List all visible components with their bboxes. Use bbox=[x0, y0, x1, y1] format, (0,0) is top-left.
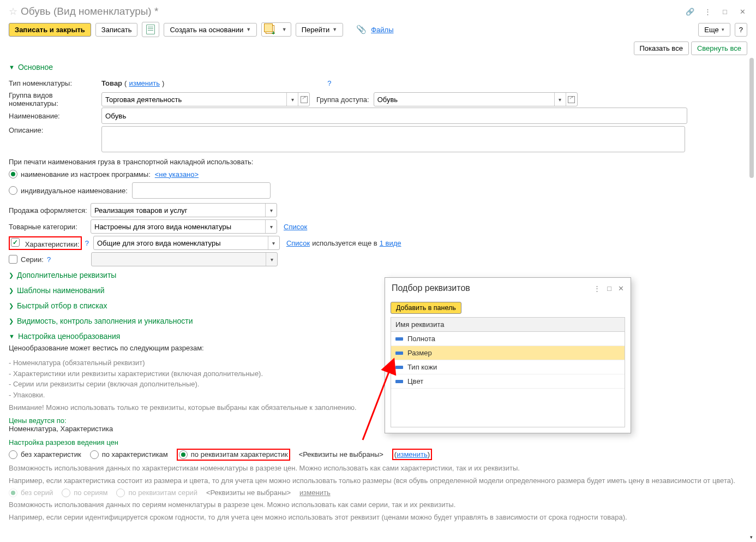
help-char-icon[interactable]: ? bbox=[85, 239, 89, 247]
requisites-picker-dialog: Подбор реквизитов ⋮ □ ✕ Добавить в панел… bbox=[385, 277, 631, 433]
favorite-star-icon[interactable]: ☆ bbox=[9, 5, 17, 17]
goto-button[interactable]: Перейти▼ bbox=[296, 23, 343, 37]
window-close-icon[interactable]: ✕ bbox=[737, 7, 747, 16]
create-based-on-button[interactable]: Создать на основании▼ bbox=[164, 23, 257, 37]
char-list-link[interactable]: Список bbox=[286, 239, 310, 247]
access-input[interactable] bbox=[374, 93, 554, 106]
group-label: Группа видов номенклатуры: bbox=[9, 91, 101, 108]
description-textarea[interactable] bbox=[101, 126, 685, 152]
desc-label: Описание: bbox=[9, 126, 101, 134]
section-main-header[interactable]: ▼Основное bbox=[9, 59, 747, 75]
cat-label: Товарные категории: bbox=[9, 223, 91, 231]
table-header-name: Имя реквизита bbox=[391, 318, 625, 332]
more-menu-icon[interactable]: ⋮ bbox=[703, 7, 712, 16]
section-additional-props[interactable]: ❯Дополнительные реквизиты bbox=[9, 267, 747, 283]
radio-no-series bbox=[9, 489, 17, 497]
dialog-more-icon[interactable]: ⋮ bbox=[593, 284, 601, 293]
cat-list-link[interactable]: Список bbox=[284, 223, 307, 231]
radio-no-char[interactable] bbox=[9, 450, 17, 459]
access-dropdown-icon[interactable]: ▾ bbox=[554, 93, 566, 106]
access-label: Группа доступа: bbox=[316, 96, 369, 104]
radio-by-char[interactable] bbox=[90, 450, 99, 459]
series-combo: ▾ bbox=[91, 252, 278, 266]
scrollbar-thumb[interactable] bbox=[749, 58, 754, 178]
copy-button[interactable]: + ▼ bbox=[261, 22, 291, 37]
link-icon[interactable]: 🔗 bbox=[685, 7, 695, 16]
dialog-maximize-icon[interactable]: □ bbox=[607, 284, 611, 293]
field-icon bbox=[395, 352, 403, 355]
radio-by-char-req-highlight: по реквизитам характеристик bbox=[177, 449, 290, 461]
help-type-icon[interactable]: ? bbox=[327, 79, 331, 87]
radio-program-name[interactable] bbox=[9, 170, 17, 178]
save-button[interactable]: Записать bbox=[95, 23, 138, 37]
radio-individual-name[interactable] bbox=[9, 186, 17, 195]
scroll-down-icon[interactable]: ▾ bbox=[748, 534, 754, 540]
sale-combo[interactable]: ▾ bbox=[91, 203, 277, 217]
group-input[interactable] bbox=[102, 93, 286, 106]
one-type-link[interactable]: 1 виде bbox=[380, 239, 401, 247]
series-checkbox[interactable] bbox=[9, 255, 17, 264]
radio-by-series bbox=[62, 489, 70, 497]
type-label: Тип номенклатуры: bbox=[9, 79, 101, 87]
type-value: Товар bbox=[101, 79, 122, 87]
group-dropdown-icon[interactable]: ▾ bbox=[286, 93, 298, 106]
section-pricing[interactable]: ▼Настройка ценообразования bbox=[9, 329, 747, 344]
char-combo[interactable]: ▾ bbox=[93, 236, 280, 250]
files-link[interactable]: Файлы bbox=[371, 26, 393, 34]
sale-label: Продажа оформляется: bbox=[9, 206, 91, 215]
field-icon bbox=[395, 380, 403, 383]
name-input[interactable] bbox=[101, 108, 687, 124]
table-row-selected[interactable]: Размер bbox=[391, 346, 625, 360]
show-all-button[interactable]: Показать все bbox=[634, 41, 689, 55]
series-change-link: изменить bbox=[299, 489, 331, 497]
characteristics-checkbox[interactable] bbox=[11, 238, 20, 247]
section-quick-filter[interactable]: ❯Быстрый отбор в списках bbox=[9, 298, 747, 313]
table-row[interactable]: Полнота bbox=[391, 332, 625, 346]
prices-by-header: Цены ведутся по: bbox=[9, 416, 747, 425]
dimensions-header: Настройка разрезов ведения цен bbox=[9, 438, 747, 446]
series-dropdown-icon: ▾ bbox=[266, 253, 277, 266]
table-row[interactable]: Тип кожи bbox=[391, 360, 625, 374]
change-link-highlight: (изменить) bbox=[392, 449, 432, 460]
cat-combo[interactable]: ▾ bbox=[91, 219, 277, 234]
save-and-close-button[interactable]: Записать и закрыть bbox=[9, 23, 91, 37]
sale-dropdown-icon[interactable]: ▾ bbox=[265, 204, 277, 217]
radio-by-series-req bbox=[116, 489, 125, 497]
attachment-icon[interactable]: 📎 bbox=[356, 25, 367, 34]
section-visibility[interactable]: ❯Видимость, контроль заполнения и уникал… bbox=[9, 313, 747, 329]
change-req-link[interactable]: изменить bbox=[397, 450, 428, 458]
document-icon bbox=[146, 25, 155, 34]
requisites-table: Имя реквизита Полнота Размер Тип кожи Цв… bbox=[391, 317, 625, 427]
section-name-templates[interactable]: ❯Шаблоны наименований bbox=[9, 283, 747, 298]
print-note: При печати наименования груза в транспор… bbox=[9, 158, 747, 166]
window-maximize-icon[interactable]: □ bbox=[720, 7, 730, 16]
table-row[interactable]: Цвет bbox=[391, 374, 625, 389]
characteristics-highlight: Характеристики: bbox=[9, 236, 82, 250]
change-type-link[interactable]: изменить bbox=[129, 79, 160, 87]
individual-name-input[interactable] bbox=[132, 182, 271, 199]
group-combo[interactable]: ▾ bbox=[101, 92, 310, 106]
dialog-title: Подбор реквизитов bbox=[392, 283, 587, 293]
help-button[interactable]: ? bbox=[735, 23, 747, 37]
radio-by-char-req[interactable] bbox=[179, 450, 188, 459]
access-open-icon[interactable] bbox=[566, 93, 577, 106]
char-dropdown-icon[interactable]: ▾ bbox=[268, 236, 279, 249]
more-button[interactable]: Еще▾ bbox=[698, 23, 730, 37]
group-open-icon[interactable] bbox=[298, 93, 309, 106]
collapse-all-button[interactable]: Свернуть все bbox=[691, 41, 747, 55]
help-series-icon[interactable]: ? bbox=[47, 255, 51, 264]
access-combo[interactable]: ▾ bbox=[374, 92, 578, 106]
copy-plus-icon: + bbox=[266, 25, 274, 34]
window-title: Обувь (Вид номенклатуры) * bbox=[21, 5, 685, 17]
report-button[interactable] bbox=[142, 22, 159, 37]
dialog-close-icon[interactable]: ✕ bbox=[618, 284, 624, 293]
cat-dropdown-icon[interactable]: ▾ bbox=[265, 220, 277, 233]
program-name-link[interactable]: <не указано> bbox=[155, 170, 199, 178]
vertical-scrollbar[interactable]: ▾ bbox=[748, 58, 754, 539]
field-icon bbox=[395, 366, 403, 369]
field-icon bbox=[395, 337, 403, 341]
name-label: Наименование: bbox=[9, 112, 101, 120]
add-to-panel-button[interactable]: Добавить в панель bbox=[391, 302, 461, 314]
